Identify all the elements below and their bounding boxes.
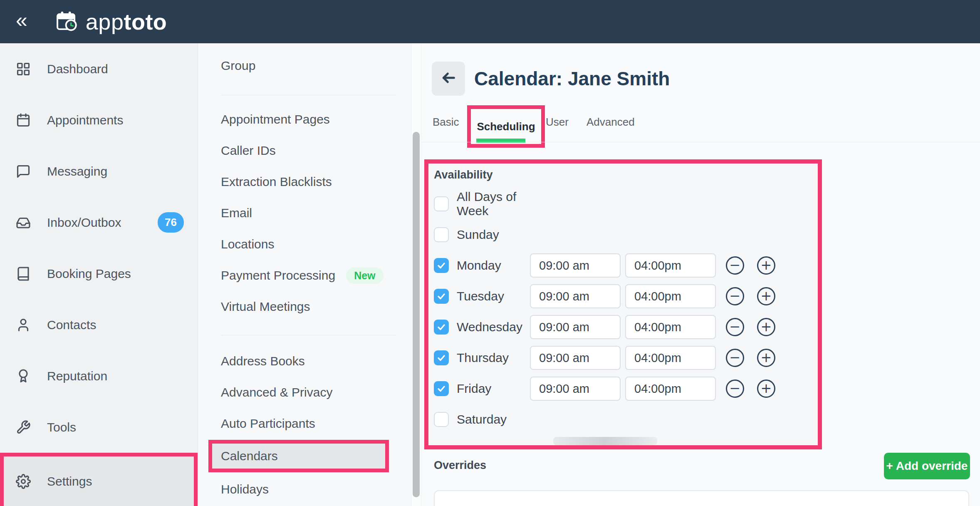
settings-nav-label: Payment Processing bbox=[221, 262, 335, 289]
wrench-icon bbox=[16, 420, 31, 435]
checkbox-all-days[interactable] bbox=[434, 196, 449, 211]
sidebar-item-tools[interactable]: Tools bbox=[0, 402, 198, 453]
sidebar-item-label: Tools bbox=[47, 420, 76, 434]
brand-name: apptoto bbox=[86, 9, 167, 35]
sidebar-item-label: Dashboard bbox=[47, 62, 108, 76]
book-icon bbox=[16, 266, 31, 281]
sidebar-item-appointments[interactable]: Appointments bbox=[0, 94, 198, 146]
end-time-input-friday[interactable] bbox=[625, 377, 716, 401]
settings-nav-virtual-meetings[interactable]: Virtual Meetings bbox=[221, 293, 398, 320]
primary-sidebar: Dashboard Appointments Messaging Inbox/O… bbox=[0, 43, 198, 506]
checkbox-friday[interactable] bbox=[434, 381, 449, 396]
settings-annotation-highlight: Settings bbox=[0, 453, 198, 506]
settings-nav-group[interactable]: Group bbox=[221, 53, 398, 78]
availability-section: Availability All Days of Week Sunday Mon… bbox=[424, 159, 822, 449]
calendar-icon bbox=[16, 113, 31, 128]
settings-nav-holidays[interactable]: Holidays bbox=[221, 476, 398, 503]
calendar-settings-panel: Calendar: Jane Smith Basic Scheduling Us… bbox=[421, 43, 980, 506]
day-label: Thursday bbox=[457, 351, 530, 365]
sidebar-item-messaging[interactable]: Messaging bbox=[0, 146, 198, 197]
start-time-input-friday[interactable] bbox=[530, 377, 621, 401]
checkbox-thursday[interactable] bbox=[434, 350, 449, 365]
settings-nav-appointment-pages[interactable]: Appointment Pages bbox=[221, 106, 398, 133]
start-time-input-tuesday[interactable] bbox=[530, 284, 621, 308]
add-override-button[interactable]: + Add override bbox=[884, 453, 970, 479]
checkbox-tuesday[interactable] bbox=[434, 289, 449, 304]
add-time-range-button[interactable]: + bbox=[757, 318, 775, 336]
person-icon bbox=[16, 317, 31, 332]
settings-nav-auto-participants[interactable]: Auto Participants bbox=[221, 410, 398, 437]
remove-time-range-button[interactable]: − bbox=[726, 287, 744, 305]
checkbox-wednesday[interactable] bbox=[434, 320, 449, 335]
add-time-range-button[interactable]: + bbox=[757, 287, 775, 305]
gear-icon bbox=[16, 474, 31, 489]
page-title: Calendar: Jane Smith bbox=[474, 62, 670, 96]
end-time-input-wednesday[interactable] bbox=[625, 315, 716, 339]
start-time-input-thursday[interactable] bbox=[530, 346, 621, 370]
sidebar-item-label: Contacts bbox=[47, 318, 96, 332]
add-time-range-button[interactable]: + bbox=[757, 256, 775, 275]
add-time-range-button[interactable]: + bbox=[757, 349, 775, 367]
day-label: Saturday bbox=[457, 412, 530, 427]
sidebar-item-label: Booking Pages bbox=[47, 267, 131, 281]
back-button[interactable] bbox=[432, 62, 465, 96]
remove-time-range-button[interactable]: − bbox=[726, 318, 744, 336]
arrow-left-icon bbox=[440, 69, 457, 88]
sidebar-item-label: Appointments bbox=[47, 113, 123, 127]
day-label: Friday bbox=[457, 382, 530, 396]
sidebar-item-settings[interactable]: Settings bbox=[4, 456, 194, 506]
day-label: Wednesday bbox=[457, 320, 530, 334]
availability-row-thursday: Thursday − + bbox=[428, 342, 818, 373]
divider bbox=[221, 335, 396, 335]
inbox-count-badge: 76 bbox=[158, 212, 184, 233]
apptoto-calendar-clock-icon bbox=[55, 10, 79, 34]
start-time-input-wednesday[interactable] bbox=[530, 315, 621, 339]
remove-time-range-button[interactable]: − bbox=[726, 380, 744, 398]
settings-nav-email[interactable]: Email bbox=[221, 200, 398, 226]
award-ribbon-icon bbox=[16, 369, 31, 384]
end-time-input-tuesday[interactable] bbox=[625, 284, 716, 308]
inbox-tray-icon bbox=[16, 215, 31, 230]
settings-nav-extraction-blacklists[interactable]: Extraction Blacklists bbox=[221, 169, 398, 195]
remove-time-range-button[interactable]: − bbox=[726, 256, 744, 275]
sidebar-item-booking-pages[interactable]: Booking Pages bbox=[0, 248, 198, 299]
day-label: All Days of Week bbox=[457, 190, 530, 218]
settings-nav-payment-processing[interactable]: Payment Processing New bbox=[221, 262, 398, 289]
checkbox-sunday[interactable] bbox=[434, 227, 449, 242]
end-time-input-thursday[interactable] bbox=[625, 346, 716, 370]
settings-nav-advanced-privacy[interactable]: Advanced & Privacy bbox=[221, 379, 398, 406]
availability-row-friday: Friday − + bbox=[428, 373, 818, 404]
new-badge: New bbox=[346, 268, 383, 284]
checkbox-monday[interactable] bbox=[434, 258, 449, 273]
settings-nav-address-books[interactable]: Address Books bbox=[221, 348, 398, 375]
checkbox-saturday[interactable] bbox=[434, 412, 449, 427]
availability-row-wednesday: Wednesday − + bbox=[428, 312, 818, 342]
tab-advanced[interactable]: Advanced bbox=[587, 116, 635, 129]
start-time-input-monday[interactable] bbox=[530, 253, 621, 278]
end-time-input-monday[interactable] bbox=[625, 253, 716, 278]
sidebar-item-dashboard[interactable]: Dashboard bbox=[0, 43, 198, 94]
day-label: Sunday bbox=[457, 228, 530, 242]
tab-user[interactable]: User bbox=[546, 116, 569, 129]
topbar: « apptoto bbox=[0, 0, 980, 43]
add-time-range-button[interactable]: + bbox=[757, 380, 775, 398]
scrollbar-thumb[interactable] bbox=[413, 132, 420, 497]
collapse-sidebar-icon[interactable]: « bbox=[16, 10, 27, 34]
sidebar-item-contacts[interactable]: Contacts bbox=[0, 299, 198, 350]
divider bbox=[421, 142, 980, 142]
settings-nav-calendars[interactable]: Calendars bbox=[212, 444, 385, 469]
settings-nav-locations[interactable]: Locations bbox=[221, 231, 398, 258]
tab-scheduling[interactable]: Scheduling bbox=[477, 120, 535, 133]
availability-row-all-days: All Days of Week bbox=[428, 189, 818, 219]
sidebar-item-reputation[interactable]: Reputation bbox=[0, 350, 198, 402]
divider bbox=[221, 95, 396, 95]
sidebar-item-inbox-outbox[interactable]: Inbox/Outbox 76 bbox=[0, 197, 198, 248]
tab-basic[interactable]: Basic bbox=[433, 116, 459, 129]
overrides-panel bbox=[434, 490, 969, 506]
scrollbar-track bbox=[411, 43, 421, 506]
settings-nav: Group Appointment Pages Caller IDs Extra… bbox=[198, 43, 411, 506]
settings-nav-caller-ids[interactable]: Caller IDs bbox=[221, 137, 398, 164]
remove-time-range-button[interactable]: − bbox=[726, 349, 744, 367]
availability-row-saturday: Saturday bbox=[428, 404, 818, 435]
day-label: Monday bbox=[457, 258, 530, 273]
